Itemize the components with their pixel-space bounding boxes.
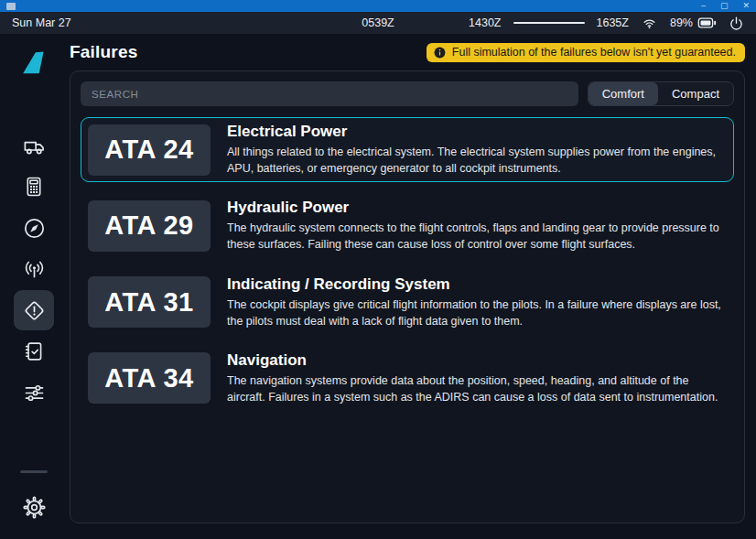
app-icon (6, 3, 16, 10)
warning-banner: Full simulation of the failures below is… (427, 43, 745, 62)
ata-29-title: Hydraulic Power (227, 199, 727, 217)
sidebar-item-failures[interactable] (14, 290, 54, 330)
flybywire-logo (14, 43, 54, 83)
ata-24-badge: ATA 24 (88, 124, 211, 176)
ata-29-description: The hydraulic system connects to the fli… (227, 220, 727, 253)
ata-31-title: Indicating / Recording System (227, 275, 727, 294)
sidebar-item-atc[interactable] (14, 249, 54, 289)
ata-29-badge: ATA 29 (88, 200, 211, 252)
sidebar-item-performance[interactable] (14, 167, 54, 207)
warning-banner-text: Full simulation of the failures below is… (452, 46, 736, 59)
ata-34-card[interactable]: ATA 34 Navigation The navigation systems… (81, 346, 734, 411)
page-title: Failures (70, 42, 137, 62)
ata-31-card[interactable]: ATA 31 Indicating / Recording System The… (81, 270, 734, 335)
failures-panel: Comfort Compact ATA 24 Electrical Power … (70, 70, 745, 523)
window-close-button[interactable]: ✕ (742, 0, 750, 12)
battery-percentage: 89% (670, 16, 693, 29)
power-icon[interactable] (729, 16, 744, 31)
statusbar-date: Sun Mar 27 (12, 16, 71, 29)
ata-24-description: All things related to the electrical sys… (227, 144, 727, 177)
sidebar-item-ground[interactable] (14, 125, 54, 166)
departure-time: 1430Z (469, 16, 501, 29)
sidebar-item-settings[interactable] (14, 487, 54, 527)
flight-progress-bar (513, 22, 585, 25)
ata-29-card[interactable]: ATA 29 Hydraulic Power The hydraulic sys… (81, 193, 734, 258)
sidebar-item-navigation[interactable] (14, 208, 54, 248)
window-minimize-button[interactable]: – (701, 0, 706, 12)
battery-icon (697, 16, 717, 29)
arrival-time: 1635Z (597, 16, 629, 29)
ata-34-description: The navigation systems provide data abou… (227, 372, 727, 405)
search-input[interactable] (81, 81, 578, 106)
view-comfort-button[interactable]: Comfort (589, 82, 658, 105)
info-icon (433, 46, 447, 59)
ata-24-title: Electrical Power (227, 123, 727, 141)
window-maximize-button[interactable]: ▢ (720, 0, 729, 12)
failures-page: Failures Full simulation of the failures… (68, 34, 756, 539)
ata-24-card[interactable]: ATA 24 Electrical Power All things relat… (81, 117, 734, 182)
sidebar-item-checklists[interactable] (14, 331, 54, 372)
sidebar-item-dashboard[interactable] (14, 84, 54, 124)
sidebar-divider (20, 470, 48, 473)
sidebar-item-presets[interactable] (14, 372, 54, 413)
view-mode-toggle: Comfort Compact (588, 81, 734, 106)
ata-chapter-list: ATA 24 Electrical Power All things relat… (81, 117, 734, 411)
statusbar-utc-time: 0539Z (362, 16, 394, 29)
efb-statusbar: Sun Mar 27 0539Z 1430Z 1635Z 89% (0, 12, 756, 34)
wifi-icon (641, 16, 658, 31)
ata-34-badge: ATA 34 (88, 352, 211, 404)
ata-31-description: The cockpit displays give critical fligh… (227, 296, 727, 329)
sidebar (0, 34, 68, 539)
view-compact-button[interactable]: Compact (658, 82, 733, 105)
ata-34-title: Navigation (227, 351, 727, 370)
ata-31-badge: ATA 31 (88, 276, 211, 328)
window-titlebar: – ▢ ✕ (0, 0, 756, 12)
